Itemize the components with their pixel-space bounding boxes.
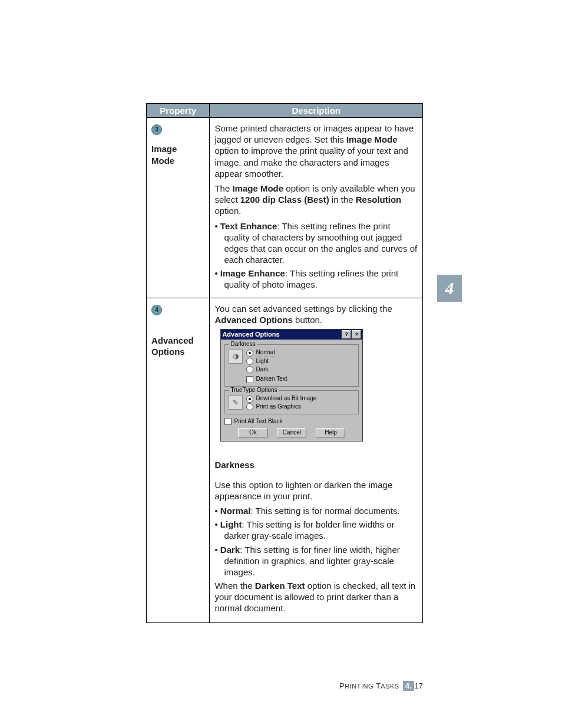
label-light: Light — [256, 358, 269, 365]
darkness-heading: Darkness — [214, 459, 418, 470]
text: : This setting is for finer line width, … — [224, 545, 399, 577]
advanced-intro: You can set advanced settings by clickin… — [214, 303, 418, 325]
bullet-light: Light: This setting is for bolder line w… — [214, 519, 418, 541]
properties-table: Property Description 3 Image Mode Some p… — [146, 103, 423, 623]
checkbox-icon — [224, 418, 232, 425]
cell-desc-advanced-options: You can set advanced settings by clickin… — [210, 298, 423, 622]
ok-button[interactable]: Ok — [238, 428, 267, 438]
bold-image-enhance: Image Enhance — [220, 268, 285, 278]
text: ASKS — [381, 683, 399, 690]
col-header-property: Property — [147, 104, 210, 118]
bold-advanced-options: Advanced Options — [214, 315, 293, 325]
row-image-mode: 3 Image Mode Some printed characters or … — [147, 118, 423, 298]
radio-dark[interactable]: Dark — [246, 366, 355, 374]
row-advanced-options: 4 Advanced Options You can set advanced … — [147, 298, 423, 622]
text: You can set advanced settings by clickin… — [214, 304, 392, 314]
cell-property-image-mode: 3 Image Mode — [147, 118, 210, 298]
checkbox-darken-text[interactable]: Darken Text — [246, 375, 355, 383]
page-footer: PRINTING TASKS 4.17 — [146, 681, 423, 691]
image-mode-para-1: Some printed characters or images appear… — [214, 123, 418, 179]
image-mode-bullets: Text Enhance: This setting refines the p… — [214, 220, 418, 291]
close-icon[interactable]: × — [352, 330, 361, 339]
label-print-graphics: Print as Graphics — [256, 403, 301, 411]
checkbox-icon — [246, 376, 253, 383]
darkness-icon: ◑ — [229, 350, 243, 364]
group-darkness: Darkness ◑ Normal Light Dark Darken Text — [224, 344, 359, 387]
image-mode-para-2: The Image Mode option is only available … — [214, 183, 418, 217]
cancel-button[interactable]: Cancel — [277, 428, 306, 438]
col-header-description: Description — [210, 104, 423, 118]
dialog-title: Advanced Options — [222, 330, 279, 338]
dialog-titlebar: Advanced Options ? × — [221, 330, 362, 340]
prop-name-advanced: Advanced — [151, 335, 194, 345]
prop-name-options: Options — [151, 347, 185, 357]
text: option to improve the print quality of y… — [214, 146, 408, 178]
radio-icon — [246, 350, 253, 357]
text: option. — [214, 206, 241, 216]
darkness-para: Use this option to lighten or darken the… — [214, 479, 418, 502]
chapter-tab: 4 — [437, 275, 462, 302]
help-icon[interactable]: ? — [342, 330, 351, 339]
text: When the — [214, 581, 254, 591]
radio-icon — [246, 403, 253, 410]
bold-text-enhance: Text Enhance — [220, 221, 277, 231]
text: : This setting is for bolder line widths… — [224, 519, 394, 541]
advanced-options-dialog: Advanced Options ? × Darkness ◑ — [220, 329, 363, 442]
dialog-buttons: Ok Cancel Help — [224, 428, 359, 438]
text: : This setting is for normal documents. — [251, 506, 400, 516]
text: P — [339, 681, 345, 690]
bold-1200-dip: 1200 dip Class (Best) — [240, 195, 329, 205]
cell-property-advanced-options: 4 Advanced Options — [147, 298, 210, 622]
step-badge-3: 3 — [151, 124, 162, 135]
footer-page-number: 17 — [415, 681, 423, 690]
page: Property Description 3 Image Mode Some p… — [0, 0, 562, 728]
footer-section-title: PRINTING TASKS — [339, 681, 399, 690]
label-download-bit: Download as Bit Image — [256, 395, 316, 403]
help-button[interactable]: Help — [316, 428, 345, 438]
checkbox-print-all-black[interactable]: Print All Text Black — [224, 418, 359, 426]
footer-chapter-badge: 4. — [403, 681, 414, 691]
radio-print-graphics[interactable]: Print as Graphics — [246, 403, 355, 411]
bold-image-mode: Image Mode — [346, 134, 398, 144]
text: The — [214, 183, 232, 193]
prop-name-mode: Mode — [151, 156, 174, 166]
bold-light: Light — [220, 519, 242, 529]
text: button. — [293, 315, 322, 325]
prop-name-image: Image — [151, 144, 177, 154]
bullet-dark: Dark: This setting is for finer line wid… — [214, 544, 418, 578]
table-header-row: Property Description — [147, 104, 423, 118]
bullet-text-enhance: Text Enhance: This setting refines the p… — [214, 220, 418, 266]
darkness-bullets: Normal: This setting is for normal docum… — [214, 505, 418, 578]
step-badge-4: 4 — [151, 305, 162, 315]
legend-darkness: Darkness — [229, 341, 257, 348]
bullet-normal: Normal: This setting is for normal docum… — [214, 505, 418, 516]
radio-download-bit-image[interactable]: Download as Bit Image — [246, 395, 355, 403]
bold-image-mode-2: Image Mode — [232, 183, 283, 193]
radio-light[interactable]: Light — [246, 358, 355, 365]
bold-resolution: Resolution — [356, 195, 402, 205]
label-darken-text: Darken Text — [256, 375, 287, 383]
truetype-icon: ✎ — [229, 396, 243, 410]
bold-dark: Dark — [220, 545, 240, 555]
bold-darken-text: Darken Text — [255, 581, 305, 591]
radio-icon — [246, 358, 253, 365]
label-print-all-black: Print All Text Black — [234, 418, 282, 426]
cell-desc-image-mode: Some printed characters or images appear… — [210, 118, 423, 298]
radio-icon — [246, 396, 253, 403]
text: RINTING — [345, 683, 373, 690]
dialog-body: Darkness ◑ Normal Light Dark Darken Text — [221, 340, 362, 441]
bold-normal: Normal — [220, 506, 251, 516]
darken-text-tail: When the Darken Text option is checked, … — [214, 580, 418, 614]
radio-normal[interactable]: Normal — [246, 349, 355, 357]
group-truetype: TrueType Options ✎ Download as Bit Image… — [224, 390, 359, 414]
bullet-image-enhance: Image Enhance: This setting refines the … — [214, 268, 418, 290]
legend-truetype: TrueType Options — [229, 387, 279, 394]
text: in the — [329, 195, 356, 205]
label-normal: Normal — [256, 349, 275, 357]
radio-icon — [246, 366, 253, 373]
label-dark: Dark — [256, 366, 268, 374]
